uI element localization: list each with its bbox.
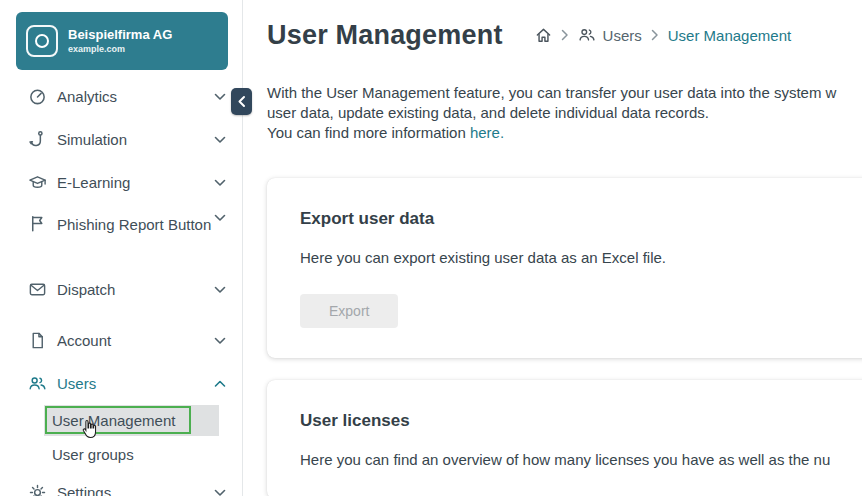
org-name: Beispielfirma AG (68, 27, 172, 43)
home-icon[interactable] (535, 27, 552, 44)
sidebar-menu: Analytics Simulation E-Learning (0, 75, 242, 496)
chevron-down-icon (212, 286, 228, 294)
sidebar-item-label: Account (57, 330, 212, 351)
chevron-right-icon (651, 29, 659, 41)
sidebar-item-users[interactable]: Users (0, 362, 242, 405)
sidebar-item-label: Analytics (57, 86, 212, 107)
breadcrumb-current: User Management (668, 27, 791, 44)
app-window: Beispielfirma AG example.com Analytics S… (0, 0, 862, 496)
sidebar: Beispielfirma AG example.com Analytics S… (0, 0, 243, 496)
sidebar-collapse-button[interactable] (231, 88, 252, 115)
sidebar-subitem-user-groups[interactable]: User groups (0, 438, 242, 471)
flag-icon (28, 214, 47, 233)
sidebar-item-label: Phishing Report Button (57, 214, 212, 235)
envelope-icon (28, 280, 47, 299)
chevron-down-icon (212, 214, 228, 222)
sidebar-item-elearning[interactable]: E-Learning (0, 161, 242, 204)
sidebar-item-label: Dispatch (57, 279, 212, 300)
main-content: User Management Users User Managem (244, 0, 862, 496)
sidebar-item-dispatch[interactable]: Dispatch (0, 268, 242, 311)
chevron-up-icon (212, 380, 228, 388)
sidebar-item-label: Simulation (57, 129, 212, 150)
sidebar-item-simulation[interactable]: Simulation (0, 118, 242, 161)
menu-divider (0, 311, 242, 319)
more-info-link[interactable]: here. (470, 124, 504, 141)
intro-line-2: user data, update existing data, and del… (267, 103, 862, 123)
chevron-down-icon (212, 179, 228, 187)
org-logo-icon (26, 25, 58, 57)
chevron-down-icon (212, 337, 228, 345)
intro-text: With the User Management feature, you ca… (267, 83, 862, 143)
card-body: Here you can find an overview of how man… (300, 451, 862, 469)
chevron-down-icon (212, 136, 228, 144)
sidebar-item-label: E-Learning (57, 172, 212, 193)
hook-icon (28, 130, 47, 149)
card-title: User licenses (300, 410, 862, 432)
gauge-icon (28, 87, 47, 106)
org-domain: example.com (68, 44, 172, 55)
org-card[interactable]: Beispielfirma AG example.com (16, 12, 228, 70)
card-body: Here you can export existing user data a… (300, 249, 862, 267)
breadcrumb-users-label: Users (603, 27, 642, 44)
sidebar-item-settings[interactable]: Settings (0, 471, 242, 496)
document-icon (28, 331, 47, 350)
intro-line-1: With the User Management feature, you ca… (267, 83, 862, 103)
user-licenses-card: User licenses Here you can find an overv… (267, 380, 862, 496)
sidebar-item-label: Settings (57, 482, 212, 496)
chevron-left-icon (237, 95, 246, 108)
intro-line-3: You can find more information here. (267, 123, 862, 143)
users-icon (28, 374, 47, 393)
graduation-cap-icon (28, 173, 47, 192)
chevron-right-icon (561, 29, 569, 41)
sidebar-item-phishing-report-button[interactable]: Phishing Report Button (0, 204, 242, 268)
chevron-down-icon (212, 489, 228, 496)
page-title: User Management (267, 17, 503, 53)
chevron-down-icon (212, 93, 228, 101)
users-icon (578, 26, 596, 44)
sidebar-subitem-label: User groups (52, 446, 134, 463)
sidebar-item-analytics[interactable]: Analytics (0, 75, 242, 118)
breadcrumb: Users User Management (535, 26, 792, 44)
export-user-data-card: Export user data Here you can export exi… (267, 178, 862, 358)
export-button[interactable]: Export (300, 294, 398, 328)
sidebar-item-label: Users (57, 373, 212, 394)
sidebar-subitem-label: User Management (52, 412, 175, 429)
breadcrumb-users[interactable]: Users (578, 26, 642, 44)
sidebar-item-account[interactable]: Account (0, 319, 242, 362)
sidebar-subitem-user-management[interactable]: User Management (44, 405, 219, 436)
card-title: Export user data (300, 208, 862, 230)
hand-pointer-icon (80, 419, 97, 442)
gear-icon (28, 483, 47, 496)
